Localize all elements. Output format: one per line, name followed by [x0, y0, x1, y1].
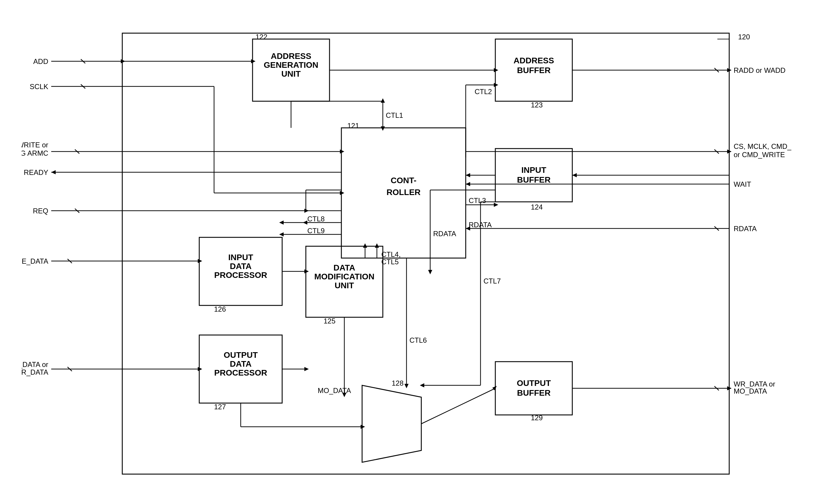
idp-label-3: PROCESSOR — [214, 270, 267, 280]
addr-buf-label-2: BUFFER — [517, 66, 551, 75]
ready-arrow-left — [51, 170, 56, 174]
odp-label-2: DATA — [230, 359, 252, 368]
inbuf-ctrl-arrow — [466, 173, 470, 177]
sclk-ctrl-arrow — [340, 191, 344, 195]
radd-label: RADD or WADD — [734, 66, 785, 74]
odp-dmu-arrow — [304, 367, 309, 371]
diagram-container: 120 CONT- ROLLER ADDRESS GENERATION UNIT… — [22, 15, 791, 489]
ctl6-label: CTL6 — [410, 336, 427, 344]
dmu-label-3: UNIT — [334, 281, 354, 290]
ctl3-arrow — [494, 203, 498, 207]
mo-data-label: MO_DATA — [318, 387, 351, 394]
ref-128: 128 — [392, 379, 403, 387]
agu-ctrl-arrow — [381, 126, 385, 131]
ctl45-label-2: CTL5 — [381, 258, 399, 266]
ref-129: 129 — [531, 414, 543, 422]
ref-124: 124 — [531, 203, 543, 211]
cs-mclk-label-1: CS, MCLK, CMD_READ — [734, 142, 791, 150]
ctl7-arrow — [420, 383, 424, 387]
agu-label-2: GENERATION — [264, 60, 318, 70]
ref-125: 125 — [323, 317, 335, 325]
ctl8-idp-arrow — [279, 220, 284, 225]
odp-mux-arrow — [360, 425, 365, 429]
in-buf-label-2: BUFFER — [517, 175, 551, 184]
ref-120: 120 — [738, 33, 750, 41]
ref-127: 127 — [214, 403, 226, 411]
addr-buf-label-1: ADDRESS — [514, 56, 554, 65]
redata-label: RE_DATA — [22, 257, 48, 265]
add-label: ADD — [33, 57, 48, 65]
rdata-right-label: RDATA — [734, 225, 757, 233]
rdata-mid-label: RDATA — [433, 230, 456, 238]
ctl7-label: CTL7 — [484, 277, 501, 285]
ctl3-label: CTL3 — [469, 197, 486, 205]
readwrite-label-1: READ or WRITE or — [22, 141, 48, 149]
mux-shape — [362, 385, 421, 462]
ctl45-label-1: CTL4, — [381, 250, 400, 258]
agu-label-3: UNIT — [281, 69, 300, 78]
ctrl-agu-arrow-up — [381, 98, 385, 103]
req-label: REQ — [33, 207, 48, 215]
redata-arrow — [198, 259, 202, 263]
ref-126: 126 — [214, 305, 226, 313]
readwrite-label-2: MDFY, SIZE, LENG ARMC — [22, 149, 48, 157]
wait-arrow — [466, 182, 470, 186]
ctl2-label: CTL2 — [475, 88, 492, 96]
ctl9-arrow — [279, 232, 284, 236]
wait-label: WAIT — [734, 180, 751, 188]
idp-dmu-arrow — [304, 269, 309, 273]
ctl8-label: CTL8 — [307, 215, 325, 223]
ref-121: 121 — [347, 122, 359, 130]
odp-label-1: OUTPUT — [223, 350, 257, 360]
outer-box — [122, 33, 729, 474]
controller-label-1: CONT- — [390, 176, 416, 185]
cs-mclk-label-2: or CMD_WRITE — [734, 151, 785, 159]
sclk-label: SCLK — [30, 83, 48, 91]
agu-abuf-arrow — [494, 68, 498, 72]
odp-label-3: PROCESSOR — [214, 368, 267, 377]
out-buf-label-2: BUFFER — [517, 388, 551, 397]
controller-label-2: ROLLER — [386, 188, 421, 197]
ready-label: READY — [24, 168, 48, 176]
wrdata-arrow — [198, 367, 202, 371]
ctl9-label: CTL9 — [307, 227, 325, 235]
dmu-label-2: MODIFICATION — [314, 272, 374, 281]
out-buf-label-1: OUTPUT — [517, 379, 551, 388]
ctl45-arrow — [375, 243, 379, 248]
ref-123: 123 — [531, 101, 543, 109]
ctl2-arrow — [494, 83, 498, 87]
idp-label-1: INPUT — [228, 253, 253, 262]
rdata-inbuf-arrow — [572, 173, 577, 177]
ctl6-arrow — [404, 384, 409, 388]
add-agu-arrow — [251, 59, 255, 63]
ctl1-label: CTL1 — [386, 111, 403, 119]
inbuf-dmu-arrow — [428, 270, 432, 274]
outbuf-out-label-1: WR_DATA or — [734, 380, 775, 388]
outbuf-out-label-2: MO_DATA — [734, 387, 767, 395]
ref-122: 122 — [255, 33, 267, 41]
idp-label-2: DATA — [230, 262, 252, 271]
svg-line-47 — [421, 388, 495, 424]
in-buf-label-1: INPUT — [521, 165, 546, 175]
readwrite-arrow — [340, 149, 344, 154]
wrdata-label-2: AR_DATA — [22, 368, 48, 376]
ctl-dmu-down-arrow — [363, 243, 367, 248]
dmu-label-1: DATA — [333, 263, 355, 272]
agu-label-1: ADDRESS — [271, 51, 311, 61]
wrdata-label-1: WR_DATA or — [22, 360, 48, 368]
